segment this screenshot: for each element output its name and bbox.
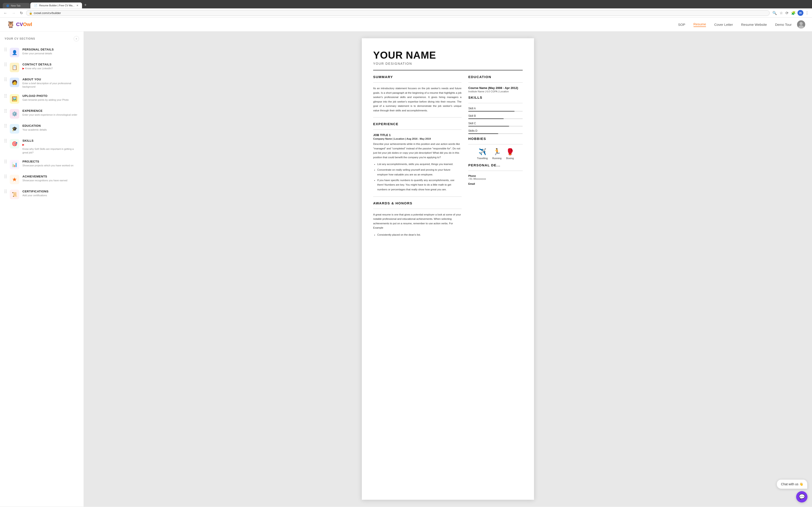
awards-text: A great resume is one that gives a poten… xyxy=(373,213,461,230)
sidebar-item-upload-photo[interactable]: 🖼️ UPLOAD PHOTO Gain brownie points by a… xyxy=(0,92,84,106)
logo[interactable]: 🦉 CVOwl xyxy=(7,21,32,28)
browser-user-avatar[interactable]: m xyxy=(798,10,803,16)
resume-designation: YOUR DESIGNATION xyxy=(373,62,523,65)
running-label: Running xyxy=(492,157,502,160)
hobby-travelling: ✈️ Travelling xyxy=(477,148,488,160)
upload-photo-desc: Gain brownie points by adding your Photo xyxy=(22,98,79,102)
resume-body: SUMMARY Its an introductory statement fo… xyxy=(373,75,523,238)
email-field: Email xyxy=(468,182,523,185)
education-section: EDUCATION Course Name (May 2008 - Apr 20… xyxy=(468,75,523,93)
job-bullet-2: Concentrate on really selling yourself a… xyxy=(377,168,461,177)
job-bullet-3: If you have specific numbers to quantify… xyxy=(377,178,461,192)
skills-section-title: SKILLS xyxy=(468,96,523,99)
resume-left-column: SUMMARY Its an introductory statement fo… xyxy=(373,75,461,238)
chat-bubble: Chat with us 👋 xyxy=(777,480,807,489)
sidebar-item-experience[interactable]: ⚙️ EXPERIENCE Enter your work experience… xyxy=(0,106,84,121)
experience-title: EXPERIENCE xyxy=(373,122,461,126)
sidebar-item-contact-details[interactable]: 📋 CONTACT DETAILS ▶ Know why use LinkedI… xyxy=(0,60,84,75)
nav-resume-website[interactable]: Resume Website xyxy=(741,23,767,26)
certifications-icon: 📜 xyxy=(10,190,19,199)
skill-a-label: Skill A xyxy=(468,107,523,110)
awards-divider-top xyxy=(373,196,461,197)
summary-section: SUMMARY Its an introductory statement fo… xyxy=(373,75,461,113)
resume-paper: YOUR NAME YOUR DESIGNATION SUMMARY Its a… xyxy=(362,38,534,500)
nav-resume[interactable]: Resume xyxy=(694,22,706,27)
certifications-label: CERTIFICATIONS xyxy=(22,190,79,193)
running-icon: 🏃 xyxy=(493,148,501,156)
back-button[interactable]: ← xyxy=(2,10,9,16)
achievements-label: ACHIEVEMENTS xyxy=(22,175,79,178)
skill-d: Skills D xyxy=(468,129,523,134)
active-tab[interactable]: 📄 Resume Builder | Free CV Ma... ✕ xyxy=(30,2,82,8)
lock-icon: 🔒 xyxy=(29,11,33,15)
projects-label: PROJECTS xyxy=(22,160,79,163)
youtube-icon-contact: ▶ xyxy=(22,67,24,70)
phone-label: Phone xyxy=(468,174,523,177)
sidebar-item-education[interactable]: 🎓 EDUCATION Your academic details xyxy=(0,121,84,136)
phone-field: Phone +91 98xxxxxxxx xyxy=(468,174,523,180)
reload-icon[interactable]: ⟳ xyxy=(784,10,789,16)
nav-cover-letter[interactable]: Cover Letter xyxy=(714,23,733,26)
travelling-label: Travelling xyxy=(477,157,488,160)
sidebar-item-personal-details[interactable]: 👤 PERSONAL DETAILS Enter your personal d… xyxy=(0,45,84,60)
sidebar-item-certifications[interactable]: 📜 CERTIFICATIONS Add your certifications xyxy=(0,187,84,202)
bookmark-icon[interactable]: ☆ xyxy=(779,10,784,16)
url-text: cvowl.com/cv/builder xyxy=(34,11,767,15)
hobbies-section: HOBBIES ✈️ Travelling 🏃 Running xyxy=(468,137,523,160)
awards-divider xyxy=(373,209,461,209)
hobby-boxing: 🥊 Boxing xyxy=(506,148,514,160)
logo-owl: Owl xyxy=(23,21,32,27)
nav-demo-tour[interactable]: Demo Tour xyxy=(775,23,792,26)
drag-handle-certifications xyxy=(5,190,7,193)
sidebar-item-projects[interactable]: 📊 PROJECTS Showcase projects which you h… xyxy=(0,157,84,172)
skills-divider xyxy=(468,103,523,103)
skill-d-label: Skills D xyxy=(468,129,523,132)
projects-desc: Showcase projects which you have worked … xyxy=(22,164,79,167)
certifications-desc: Add your certifications xyxy=(22,194,79,197)
boxing-label: Boxing xyxy=(506,157,514,160)
drag-handle-achievements xyxy=(5,175,7,178)
new-tab-button[interactable]: + xyxy=(83,2,89,8)
experience-section: EXPERIENCE JOB TITLE 1 Company Name | Lo… xyxy=(373,122,461,192)
skill-b: Skill B xyxy=(468,114,523,119)
youtube-icon-skills: ▶ xyxy=(22,143,24,147)
projects-icon: 📊 xyxy=(10,160,19,169)
extensions-icon[interactable]: 🧩 xyxy=(790,10,797,16)
chat-button[interactable]: 💬 xyxy=(796,491,807,502)
awards-title: AWARDS & HONORS xyxy=(373,201,461,205)
experience-divider xyxy=(373,129,461,130)
personal-details-resume-title: PERSONAL DE... xyxy=(468,163,523,167)
job-desc: Describe your achievements while in this… xyxy=(373,142,461,160)
education-title: EDUCATION xyxy=(468,75,523,79)
tab-close-icon[interactable]: ✕ xyxy=(77,4,79,7)
resume-header-divider xyxy=(373,70,523,70)
drag-handle-contact xyxy=(5,63,7,66)
skills-label: SKILLS xyxy=(22,139,79,143)
svg-marker-3 xyxy=(12,177,16,181)
awards-bullet-1: Consistently placed on the dean's list. xyxy=(377,232,461,237)
nav-sop[interactable]: SOP xyxy=(678,23,686,26)
top-nav: 🦉 CVOwl SOP Resume Cover Letter Resume W… xyxy=(0,18,812,32)
drag-handle-personal xyxy=(5,48,7,51)
email-label: Email xyxy=(468,182,523,185)
skill-c-label: Skill C xyxy=(468,122,523,125)
address-bar[interactable]: 🔒 cvowl.com/cv/builder xyxy=(26,10,770,16)
zoom-icon[interactable]: 🔍 xyxy=(771,10,778,16)
user-avatar[interactable] xyxy=(797,20,805,29)
menu-icon[interactable]: ⋮ xyxy=(804,10,810,16)
about-you-icon: 🧑 xyxy=(10,78,19,87)
sidebar-item-skills[interactable]: 🎯 SKILLS ▶ Know why Soft Skills are impo… xyxy=(0,136,84,157)
upload-photo-label: UPLOAD PHOTO xyxy=(22,94,79,98)
sidebar-item-about-you[interactable]: 🧑 ABOUT YOU Enter a brief description of… xyxy=(0,75,84,92)
sidebar: YOUR CV SECTIONS ‹ 👤 PERSONAL DETAILS En… xyxy=(0,32,84,507)
boxing-icon: 🥊 xyxy=(506,148,514,156)
course-name: Course Name (May 2008 - Apr 2012) xyxy=(468,86,523,90)
sidebar-collapse-button[interactable]: ‹ xyxy=(73,36,79,42)
job-bullets-list: List any accomplishments, skills you acq… xyxy=(373,162,461,192)
sidebar-item-achievements[interactable]: ACHIEVEMENTS Showcase recognitions you h… xyxy=(0,172,84,187)
logo-text: CVOwl xyxy=(16,21,32,27)
awards-section: AWARDS & HONORS A great resume is one th… xyxy=(373,201,461,237)
nav-links: SOP Resume Cover Letter Resume Website D… xyxy=(678,22,792,27)
refresh-button[interactable]: ↻ xyxy=(18,10,24,16)
forward-button[interactable]: → xyxy=(10,10,17,16)
